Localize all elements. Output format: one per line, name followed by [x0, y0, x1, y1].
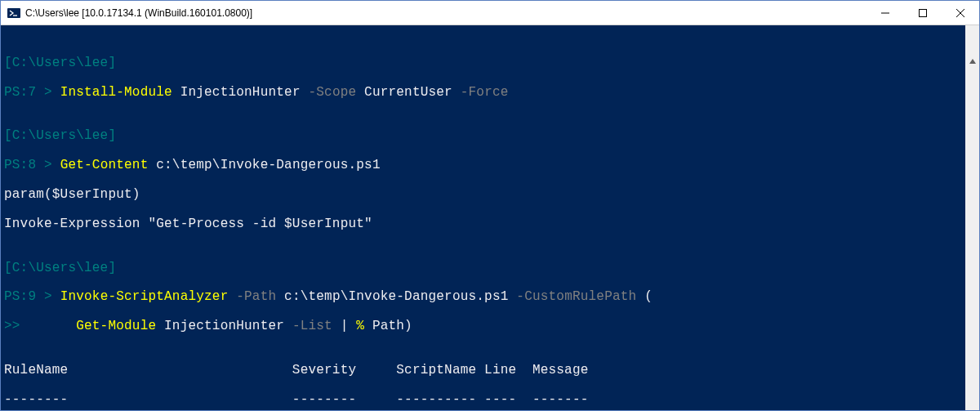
paren: ( — [644, 289, 653, 304]
terminal-line: [C:\Users\lee] — [4, 129, 979, 144]
minimize-button[interactable] — [866, 1, 904, 25]
param-name: -Force — [461, 85, 509, 100]
maximize-button[interactable] — [904, 1, 942, 25]
output-text: Invoke-Expression "Get-Process -id $User… — [4, 217, 372, 231]
window: C:\Users\lee [10.0.17134.1 (WinBuild.160… — [0, 0, 980, 411]
terminal-line: [C:\Users\lee] — [4, 261, 979, 276]
header-text: RuleName Severity ScriptName Line Messag… — [4, 363, 589, 377]
prompt-label: PS:9 > — [4, 289, 60, 304]
cwd-label: [C:\Users\lee] — [4, 56, 116, 70]
prompt-label: PS:8 > — [4, 158, 60, 172]
terminal-line: [C:\Users\lee] — [4, 56, 979, 71]
terminal-line: PS:7 > Install-Module InjectionHunter -S… — [4, 86, 979, 101]
cmdlet-name: Invoke-ScriptAnalyzer — [60, 289, 237, 304]
param-name: -List — [292, 319, 341, 333]
param-name: -Path — [236, 289, 284, 304]
terminal[interactable]: [C:\Users\lee] PS:7 > Install-Module Inj… — [1, 25, 979, 410]
cwd-label: [C:\Users\lee] — [4, 128, 116, 143]
terminal-line: >> Get-Module InjectionHunter -List | % … — [4, 319, 979, 334]
window-controls — [866, 1, 979, 25]
terminal-line: PS:8 > Get-Content c:\temp\Invoke-Danger… — [4, 159, 979, 173]
continuation-prompt: >> — [4, 319, 76, 333]
arg: c:\temp\Invoke-Dangerous.ps1 — [156, 158, 380, 172]
cmdlet-name: Install-Module — [60, 85, 180, 100]
close-button[interactable] — [942, 1, 979, 25]
table-divider: -------- -------- ---------- ---- ------… — [4, 393, 979, 408]
cwd-label: [C:\Users\lee] — [4, 261, 116, 275]
pipe: | — [341, 319, 357, 333]
table-header: RuleName Severity ScriptName Line Messag… — [4, 364, 979, 378]
cmdlet-name: Get-Module — [76, 319, 164, 333]
arg: c:\temp\Invoke-Dangerous.ps1 — [284, 289, 516, 304]
arg: InjectionHunter — [180, 85, 309, 100]
terminal-line: PS:9 > Invoke-ScriptAnalyzer -Path c:\te… — [4, 290, 979, 305]
powershell-icon — [7, 7, 20, 20]
arg: InjectionHunter — [164, 319, 292, 333]
cmdlet-name: Get-Content — [60, 158, 157, 172]
output-text: param($UserInput) — [4, 187, 140, 202]
cmdlet-name: % — [356, 319, 372, 333]
terminal-line: param($UserInput) — [4, 188, 979, 203]
prompt-label: PS:7 > — [4, 85, 60, 100]
arg: CurrentUser — [364, 85, 461, 100]
svg-rect-3 — [920, 9, 927, 16]
window-title: C:\Users\lee [10.0.17134.1 (WinBuild.160… — [25, 7, 866, 19]
divider-text: -------- -------- ---------- ---- ------… — [4, 392, 589, 407]
param-name: -CustomRulePath — [516, 289, 644, 304]
scrollbar[interactable] — [965, 25, 979, 410]
titlebar[interactable]: C:\Users\lee [10.0.17134.1 (WinBuild.160… — [1, 1, 979, 25]
arg: Path) — [372, 319, 412, 333]
param-name: -Scope — [308, 85, 364, 100]
scroll-up-icon[interactable] — [965, 55, 979, 69]
terminal-line: Invoke-Expression "Get-Process -id $User… — [4, 217, 979, 232]
